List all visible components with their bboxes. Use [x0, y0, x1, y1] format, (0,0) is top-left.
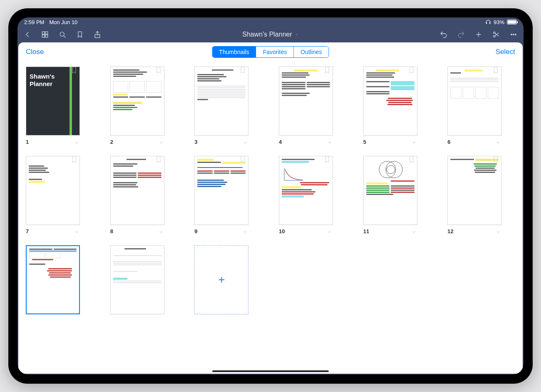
svg-point-16 — [513, 34, 514, 35]
page-thumbnail[interactable] — [279, 156, 333, 225]
page-menu-button[interactable] — [159, 229, 164, 234]
scissors-button[interactable] — [492, 30, 500, 39]
page-menu-button[interactable] — [243, 139, 248, 145]
tab-outlines[interactable]: Outlines — [294, 47, 328, 57]
page-thumbnail[interactable] — [363, 156, 417, 225]
bookmark-button[interactable] — [76, 30, 84, 39]
page-thumbnail[interactable] — [110, 67, 164, 136]
thumbnails-grid-scroll[interactable]: Shawn'sPlanner 1 — [18, 62, 523, 374]
more-button[interactable] — [509, 30, 518, 39]
device-frame: 2:59 PM Mon Jun 10 93% Shawn's Plan — [8, 8, 533, 384]
svg-point-15 — [511, 34, 512, 35]
svg-point-20 — [387, 165, 395, 174]
page-thumbnail[interactable] — [194, 67, 248, 136]
page-menu-button[interactable] — [496, 139, 501, 145]
close-button[interactable]: Close — [26, 48, 44, 56]
bookmark-ribbon-icon — [241, 67, 245, 74]
page-number: 2 — [110, 139, 113, 145]
redo-button[interactable] — [457, 30, 465, 39]
page-menu-button[interactable] — [74, 229, 80, 234]
add-button[interactable] — [474, 30, 483, 39]
page-thumbnail[interactable] — [363, 67, 417, 136]
home-indicator[interactable] — [212, 370, 329, 372]
thumbnails-toggle-button[interactable] — [41, 30, 49, 39]
page-thumbnail[interactable] — [26, 156, 80, 225]
page-cell: 7 — [26, 156, 94, 234]
page-thumbnail-current[interactable] — [26, 245, 80, 314]
page-cell: 10 — [279, 156, 347, 234]
page-thumbnail[interactable] — [194, 156, 248, 225]
page-number: 8 — [110, 228, 113, 234]
share-button[interactable] — [93, 30, 102, 39]
undo-button[interactable] — [439, 30, 448, 39]
bookmark-ribbon-icon — [325, 156, 329, 163]
battery-icon — [507, 20, 517, 25]
bookmark-ribbon-icon — [325, 67, 329, 74]
svg-point-18 — [379, 161, 396, 178]
page-cell: 6 — [447, 67, 515, 145]
panel-header: Close Thumbnails Favorites Outlines Sele… — [18, 42, 523, 62]
page-thumbnail[interactable] — [110, 156, 164, 225]
page-menu-button[interactable] — [74, 139, 80, 145]
bookmark-ribbon-icon — [241, 156, 245, 163]
bookmark-ribbon-icon — [409, 67, 414, 74]
svg-rect-3 — [45, 32, 48, 34]
page-menu-button[interactable] — [496, 229, 501, 234]
page-thumbnail[interactable] — [110, 245, 164, 314]
tab-thumbnails[interactable]: Thumbnails — [212, 47, 256, 57]
select-button[interactable]: Select — [496, 48, 515, 56]
svg-line-7 — [64, 36, 65, 37]
page-cell: 11 — [363, 156, 431, 234]
page-number: 12 — [447, 228, 453, 234]
svg-point-17 — [515, 34, 516, 35]
svg-rect-0 — [486, 22, 487, 24]
page-thumbnail[interactable] — [279, 67, 333, 136]
bookmark-ribbon-icon — [156, 156, 161, 163]
thumbnails-grid: Shawn'sPlanner 1 — [26, 67, 515, 314]
page-menu-button[interactable] — [412, 139, 417, 145]
page-menu-button[interactable] — [412, 229, 417, 234]
svg-rect-5 — [45, 35, 48, 37]
page-number: 7 — [26, 228, 29, 234]
svg-rect-4 — [42, 35, 45, 37]
page-cell: + — [194, 245, 262, 314]
svg-point-19 — [386, 161, 402, 178]
thumbnails-panel: Close Thumbnails Favorites Outlines Sele… — [18, 42, 523, 374]
search-button[interactable] — [58, 30, 67, 39]
page-thumbnail[interactable] — [447, 67, 501, 136]
chevron-down-icon — [295, 31, 299, 38]
page-cell: 4 — [279, 67, 347, 145]
page-number: 10 — [279, 228, 285, 234]
page-thumbnail[interactable]: Shawn'sPlanner — [26, 67, 80, 136]
app-toolbar: Shawn's Planner — [17, 27, 524, 42]
page-cell — [26, 245, 94, 314]
document-title-dropdown[interactable]: Shawn's Planner — [102, 31, 439, 38]
bookmark-ribbon-icon — [494, 156, 498, 163]
page-cell: 8 — [110, 156, 178, 234]
view-segmented-control: Thumbnails Favorites Outlines — [212, 46, 329, 58]
svg-rect-2 — [42, 32, 45, 34]
screen: 2:59 PM Mon Jun 10 93% Shawn's Plan — [17, 17, 524, 375]
page-menu-button[interactable] — [327, 139, 333, 145]
status-bar: 2:59 PM Mon Jun 10 93% — [17, 17, 524, 27]
bookmark-ribbon-icon — [409, 156, 414, 163]
bookmark-ribbon-icon — [72, 156, 76, 163]
page-thumbnail[interactable] — [447, 156, 501, 225]
back-button[interactable] — [23, 30, 32, 39]
page-number: 1 — [26, 139, 29, 145]
tab-favorites[interactable]: Favorites — [256, 47, 294, 57]
page-number: 11 — [363, 228, 369, 234]
bookmark-ribbon-icon — [156, 67, 161, 74]
page-menu-button[interactable] — [243, 229, 248, 234]
cover-title-2: Planner — [30, 80, 52, 87]
bookmark-ribbon-icon — [494, 67, 498, 74]
page-menu-button[interactable] — [327, 229, 333, 234]
page-menu-button[interactable] — [159, 139, 164, 145]
headphones-icon — [485, 19, 491, 25]
page-cell: 12 — [447, 156, 515, 234]
page-cell: 2 — [110, 67, 178, 145]
status-time: 2:59 PM — [24, 19, 44, 25]
add-page-button[interactable]: + — [194, 245, 248, 314]
page-cell: Shawn'sPlanner 1 — [26, 67, 94, 145]
svg-rect-1 — [489, 22, 490, 24]
